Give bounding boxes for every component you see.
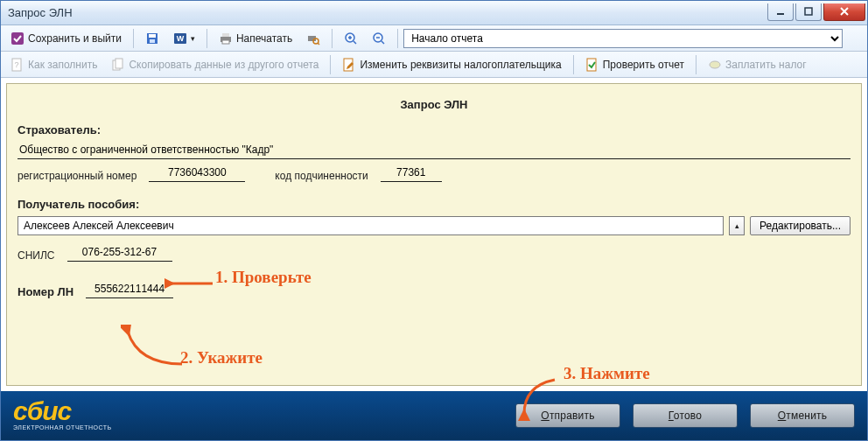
print-label: Напечатать (236, 32, 292, 45)
svg-rect-20 (587, 59, 596, 71)
ln-label: Номер ЛН (18, 285, 74, 298)
arrow-2-icon (121, 325, 191, 368)
edit-sheet-icon (342, 58, 356, 72)
sub-code-input[interactable] (381, 164, 442, 182)
form-title: Запрос ЭЛН (18, 98, 850, 111)
save-exit-label: Сохранить и выйти (28, 32, 122, 45)
zoom-in-button[interactable] (338, 28, 364, 49)
copy-sheet-icon (111, 58, 125, 72)
money-icon (708, 58, 722, 72)
window-buttons (767, 4, 867, 23)
separator (133, 29, 134, 48)
edit-req-button[interactable]: Изменить реквизиты налогоплательщика (336, 54, 567, 75)
chevron-up-icon: ▴ (735, 221, 739, 230)
svg-point-21 (710, 61, 720, 68)
insurer-label: Страхователь: (18, 123, 850, 136)
save-exit-icon (10, 32, 24, 46)
check-report-label: Проверить отчет (603, 59, 684, 71)
svg-rect-9 (222, 33, 229, 37)
send-button[interactable]: Отправить (515, 403, 620, 428)
report-start-container: Начало отчета (403, 29, 843, 48)
toolbar-secondary: ? Как заполнить Скопировать данные из др… (1, 52, 867, 78)
insurer-name-input[interactable] (18, 142, 850, 159)
zoom-out-icon (372, 32, 386, 46)
refresh-button[interactable] (844, 29, 864, 48)
recipient-picker-button[interactable]: ▴ (729, 216, 745, 235)
ln-input[interactable] (86, 281, 173, 298)
svg-rect-2 (11, 32, 24, 45)
separator (332, 29, 332, 48)
edit-req-label: Изменить реквизиты налогоплательщика (360, 59, 561, 71)
recipient-label: Получатель пособия: (18, 198, 850, 211)
copy-from-label: Скопировать данные из другого отчета (129, 59, 318, 71)
titlebar: Запрос ЭЛН (1, 1, 867, 25)
printer-icon (219, 32, 233, 46)
recipient-name-input[interactable] (18, 216, 724, 235)
copy-from-button[interactable]: Скопировать данные из другого отчета (105, 54, 325, 75)
zoom-in-icon (344, 32, 358, 46)
check-sheet-icon (585, 58, 599, 72)
separator (696, 55, 696, 74)
print-button[interactable]: Напечатать (213, 28, 298, 49)
separator (573, 55, 574, 74)
window-title: Запрос ЭЛН (8, 6, 73, 19)
svg-rect-10 (222, 40, 229, 44)
edit-recipient-button[interactable]: Редактировать... (750, 216, 850, 235)
close-button[interactable] (823, 4, 865, 21)
logo-sub: ЭЛЕКТРОННАЯ ОТЧЕТНОСТЬ (13, 424, 112, 430)
word-icon: W (173, 32, 187, 46)
svg-text:?: ? (14, 60, 18, 69)
cancel-button[interactable]: Отменить (750, 403, 855, 428)
svg-text:W: W (177, 34, 185, 43)
maximize-button[interactable] (795, 4, 822, 21)
toolbar-primary: Сохранить и выйти W▾ Напечатать Начало о… (1, 25, 867, 52)
save-button[interactable] (139, 28, 165, 49)
sub-code-label: код подчиненности (275, 170, 368, 182)
separator (206, 29, 207, 48)
how-fill-button[interactable]: ? Как заполнить (4, 54, 103, 75)
word-button[interactable]: W▾ (167, 28, 201, 49)
snils-label: СНИЛС (18, 249, 55, 262)
reg-num-input[interactable] (149, 164, 245, 182)
disk-icon (145, 32, 159, 46)
separator (330, 55, 331, 74)
pay-tax-button[interactable]: Заплатить налог (702, 54, 813, 75)
separator (397, 29, 398, 48)
svg-rect-0 (777, 13, 784, 15)
annotation-3: 3. Нажмите (564, 364, 650, 383)
reg-num-label: регистрационный номер (18, 170, 136, 182)
form-body: Запрос ЭЛН Страхователь: регистрационный… (6, 83, 862, 386)
help-sheet-icon: ? (10, 58, 24, 72)
logo-brand: сбис (13, 402, 112, 420)
svg-rect-4 (149, 34, 156, 38)
check-report-button[interactable]: Проверить отчет (579, 54, 690, 75)
done-button[interactable]: Готово (633, 403, 738, 428)
minimize-button[interactable] (767, 4, 794, 21)
pay-tax-label: Заплатить налог (725, 59, 807, 71)
svg-rect-5 (150, 39, 155, 43)
bottom-bar: сбис ЭЛЕКТРОННАЯ ОТЧЕТНОСТЬ Отправить Го… (1, 391, 867, 440)
print-preview-button[interactable] (300, 28, 326, 49)
zoom-out-button[interactable] (366, 28, 392, 49)
svg-rect-18 (116, 59, 122, 68)
snils-input[interactable] (67, 244, 172, 262)
report-start-select[interactable]: Начало отчета (403, 29, 843, 48)
logo: сбис ЭЛЕКТРОННАЯ ОТЧЕТНОСТЬ (13, 402, 112, 430)
save-exit-button[interactable]: Сохранить и выйти (4, 28, 128, 49)
svg-rect-1 (805, 8, 812, 15)
print-find-icon (306, 32, 320, 46)
app-window: Запрос ЭЛН Сохранить и выйти W▾ Напечата… (0, 0, 868, 441)
how-fill-label: Как заполнить (28, 59, 97, 71)
annotation-2: 2. Укажите (180, 348, 262, 368)
